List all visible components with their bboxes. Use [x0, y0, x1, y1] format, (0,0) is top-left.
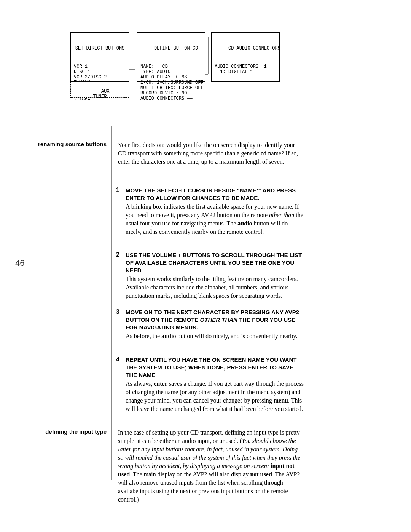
step-body: As before, the audio button will do nice…: [126, 332, 304, 340]
diagram-box-audio-connectors: CD AUDIO CONNECTORS AUDIO CONNECTORS: 1 …: [211, 32, 280, 82]
diagram-box-title: CD AUDIO CONNECTORS: [215, 46, 276, 51]
step-heading: MOVE ON TO THE NEXT CHARACTER BY PRESSIN…: [126, 308, 304, 331]
renaming-intro: Your first decision: would you like the …: [118, 141, 304, 166]
section-label-renaming: renaming source buttons: [6, 141, 107, 147]
diagram-box-lines: NAME: CD TYPE: AUDIO AUDIO DELAY: 0 MS 2…: [140, 64, 202, 101]
step-heading: USE THE VOLUME ± BUTTONS TO SCROLL THROU…: [126, 251, 304, 274]
step-number: 3: [116, 308, 119, 315]
diagram-box-lines: AUX TUNER: [93, 89, 109, 99]
diagram-box-set-direct: SET DIRECT BUTTONS VCR 1 DISC 1 VCR 2/DI…: [70, 32, 129, 82]
step-1: 1 MOVE THE SELECT-IT CURSOR BESIDE "NAME…: [126, 187, 304, 236]
step-3: 3 MOVE ON TO THE NEXT CHARACTER BY PRESS…: [126, 308, 304, 340]
diagram-box-define-button: DEFINE BUTTON CD NAME: CD TYPE: AUDIO AU…: [137, 32, 206, 82]
content-divider-line: [111, 126, 112, 480]
step-number: 4: [116, 356, 119, 363]
step-heading: MOVE THE SELECT-IT CURSOR BESIDE "NAME:"…: [126, 187, 304, 202]
defining-body: In the case of setting up your CD transp…: [118, 428, 304, 504]
step-number: 2: [116, 251, 119, 258]
section-label-defining: defining the input type: [6, 428, 107, 435]
diagram-box-title: SET DIRECT BUTTONS: [74, 46, 126, 51]
menu-flow-diagram: SET DIRECT BUTTONS VCR 1 DISC 1 VCR 2/DI…: [70, 32, 344, 109]
diagram-box-set-direct-extension: AUX TUNER: [70, 82, 129, 98]
step-body: This system works similarly to the titli…: [126, 275, 304, 300]
step-body: As always, enter saves a change. If you …: [126, 380, 304, 413]
step-heading: REPEAT UNTIL YOU HAVE THE ON SCREEN NAME…: [126, 356, 304, 379]
diagram-box-lines: AUDIO CONNECTORS: 1 1: DIGITAL 1: [215, 64, 276, 75]
page-number: 46: [15, 258, 24, 268]
step-number: 1: [116, 187, 119, 193]
step-2: 2 USE THE VOLUME ± BUTTONS TO SCROLL THR…: [126, 251, 304, 300]
step-4: 4 REPEAT UNTIL YOU HAVE THE ON SCREEN NA…: [126, 356, 304, 413]
step-body: A blinking box indicates the first avail…: [126, 203, 304, 236]
diagram-box-title: DEFINE BUTTON CD: [140, 46, 202, 51]
